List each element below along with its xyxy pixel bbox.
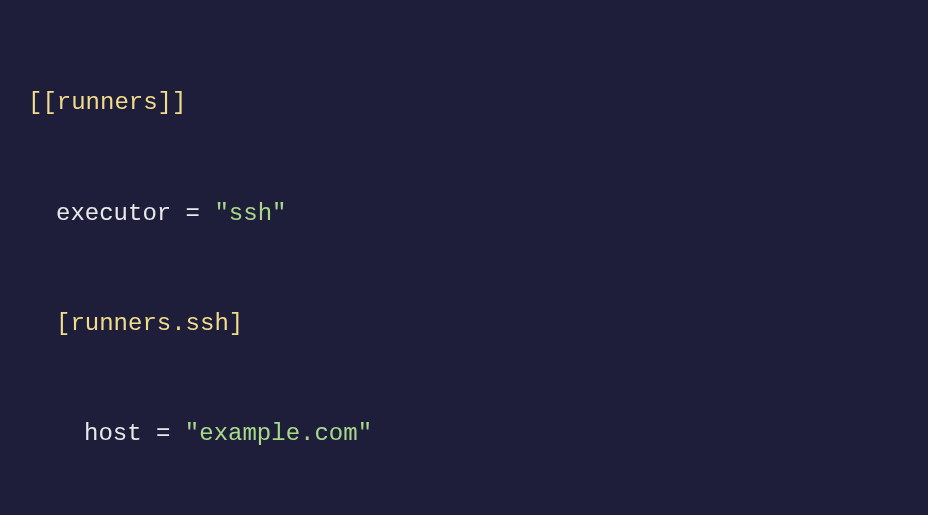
operator-eq: = [142, 420, 185, 447]
toml-config-code: [[runners]] executor = "ssh" [runners.ss… [28, 20, 900, 515]
key-executor: executor [56, 200, 171, 227]
section-header-runners: [[runners]] [28, 89, 186, 116]
key-host: host [84, 420, 142, 447]
code-line-section-runners: [[runners]] [28, 75, 900, 130]
value-executor: "ssh" [214, 200, 286, 227]
operator-eq: = [171, 200, 214, 227]
value-host: "example.com" [185, 420, 372, 447]
section-header-ssh: [runners.ssh] [56, 310, 243, 337]
code-line-section-ssh: [runners.ssh] [28, 296, 900, 351]
code-line-executor: executor = "ssh" [28, 186, 900, 241]
code-line-host: host = "example.com" [28, 406, 900, 461]
